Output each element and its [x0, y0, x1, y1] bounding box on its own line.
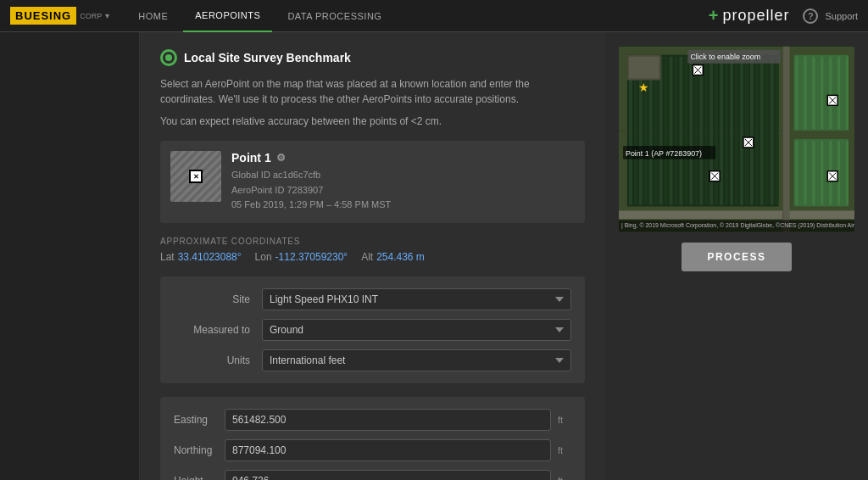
svg-rect-39: [812, 57, 815, 129]
svg-rect-49: [796, 141, 798, 204]
height-row: Height ft: [174, 470, 571, 480]
svg-rect-37: [804, 57, 806, 129]
help-icon[interactable]: ?: [803, 8, 818, 24]
section-title: Local Site Survey Benchmark: [184, 51, 351, 64]
nav-dropdown-arrow[interactable]: ▾: [105, 11, 109, 20]
status-icon: [160, 49, 177, 66]
svg-rect-55: [821, 141, 823, 204]
svg-text:| Bing, © 2019 Microsoft Corpo: | Bing, © 2019 Microsoft Corporation, © …: [621, 222, 854, 229]
units-row: Units International feet Metric meters U…: [174, 349, 571, 371]
top-nav: BUESING CORP ▾ HOME AEROPOINTS DATA PROC…: [0, 0, 868, 32]
point-meta: Global ID ac1d6c7cfb AeroPoint ID 728390…: [231, 168, 575, 213]
svg-rect-50: [799, 141, 802, 204]
northing-label: Northing: [174, 444, 225, 456]
easting-row: Easting ft: [174, 409, 571, 431]
easting-unit: ft: [558, 415, 571, 425]
lat-coord: Lat 33.41023088°: [160, 251, 242, 263]
measured-to-row: Measured to Ground: [174, 319, 571, 341]
units-select[interactable]: International feet Metric meters US surv…: [262, 349, 571, 371]
svg-rect-40: [816, 57, 819, 129]
logo-text: BUESING: [10, 7, 76, 25]
measured-to-select[interactable]: Ground: [262, 319, 571, 341]
coords-section: APPROXIMATE COORDINATES Lat 33.41023088°…: [160, 237, 585, 263]
northing-row: Northing ft: [174, 439, 571, 461]
map-container[interactable]: ★: [619, 46, 854, 232]
alt-coord: Alt 254.436 m: [361, 251, 425, 263]
status-dot: [165, 54, 172, 61]
thumbnail-inner: ✕: [170, 151, 221, 202]
northing-input[interactable]: [225, 439, 551, 461]
svg-rect-36: [799, 57, 802, 129]
svg-rect-54: [816, 141, 819, 204]
height-label: Height: [174, 475, 225, 480]
svg-rect-35: [796, 57, 798, 129]
coords-row: Lat 33.41023088° Lon -112.37059230° Alt …: [160, 251, 585, 263]
svg-text:★: ★: [638, 81, 649, 94]
nav-links: HOME AEROPOINTS DATA PROCESSING: [126, 0, 393, 32]
point-info: Point 1 ⚙ Global ID ac1d6c7cfb AeroPoint…: [231, 151, 575, 213]
svg-rect-42: [825, 57, 827, 129]
process-button[interactable]: PROCESS: [682, 243, 791, 271]
satellite-map: ★: [619, 46, 854, 232]
units-label: Units: [174, 354, 250, 366]
site-select[interactable]: Light Speed PHX10 INT: [262, 288, 571, 310]
nav-home[interactable]: HOME: [126, 0, 180, 32]
point-settings-icon: ⚙: [276, 152, 286, 164]
left-sidebar: [0, 32, 140, 480]
easting-input[interactable]: [225, 409, 551, 431]
logo-area: BUESING CORP ▾: [10, 7, 109, 25]
svg-text:Point 1 (AP #7283907): Point 1 (AP #7283907): [626, 149, 702, 158]
svg-text:Click to enable zoom: Click to enable zoom: [690, 53, 760, 61]
point-thumbnail: ✕: [170, 151, 221, 202]
svg-rect-45: [837, 57, 840, 129]
easting-label: Easting: [174, 414, 225, 426]
svg-rect-63: [629, 57, 659, 79]
svg-rect-46: [842, 57, 844, 129]
svg-rect-41: [821, 57, 823, 129]
accuracy-text: You can expect relative accuracy between…: [160, 115, 585, 127]
height-input[interactable]: [225, 470, 551, 480]
svg-rect-61: [846, 141, 849, 204]
support-area: ? Support: [803, 8, 858, 24]
svg-rect-44: [833, 57, 836, 129]
main-layout: Local Site Survey Benchmark Select an Ae…: [0, 32, 868, 480]
svg-rect-38: [808, 57, 810, 129]
svg-rect-47: [846, 57, 849, 129]
svg-rect-60: [842, 141, 844, 204]
lon-coord: Lon -112.37059230°: [255, 251, 348, 263]
right-panel: ★: [605, 32, 868, 480]
svg-rect-1: [619, 210, 854, 219]
content-area: Local Site Survey Benchmark Select an Ae…: [140, 32, 605, 480]
coordinates-input-section: Easting ft Northing ft Height ft: [160, 397, 585, 480]
site-row: Site Light Speed PHX10 INT: [174, 288, 571, 310]
logo-sub: CORP: [80, 12, 102, 20]
nav-aeropoints[interactable]: AEROPOINTS: [183, 0, 272, 32]
point-name: Point 1 ⚙: [231, 151, 575, 165]
point-card: ✕ Point 1 ⚙ Global ID ac1d6c7cfb AeroPoi…: [160, 141, 585, 223]
propeller-logo: + propeller: [709, 6, 790, 25]
nav-data-processing[interactable]: DATA PROCESSING: [275, 0, 393, 32]
svg-rect-51: [804, 141, 806, 204]
support-label[interactable]: Support: [825, 11, 858, 21]
site-label: Site: [174, 293, 250, 305]
form-section: Site Light Speed PHX10 INT Measured to G…: [160, 276, 585, 383]
description-text-1: Select an AeroPoint on the map that was …: [160, 76, 585, 107]
measured-to-label: Measured to: [174, 324, 250, 336]
svg-rect-53: [812, 141, 815, 204]
svg-rect-2: [783, 47, 790, 232]
svg-rect-52: [808, 141, 810, 204]
thumbnail-marker: ✕: [189, 170, 203, 183]
coords-label: APPROXIMATE COORDINATES: [160, 237, 585, 246]
northing-unit: ft: [558, 445, 571, 455]
height-unit: ft: [558, 476, 571, 480]
section-header: Local Site Survey Benchmark: [160, 49, 585, 66]
svg-rect-43: [829, 57, 832, 129]
